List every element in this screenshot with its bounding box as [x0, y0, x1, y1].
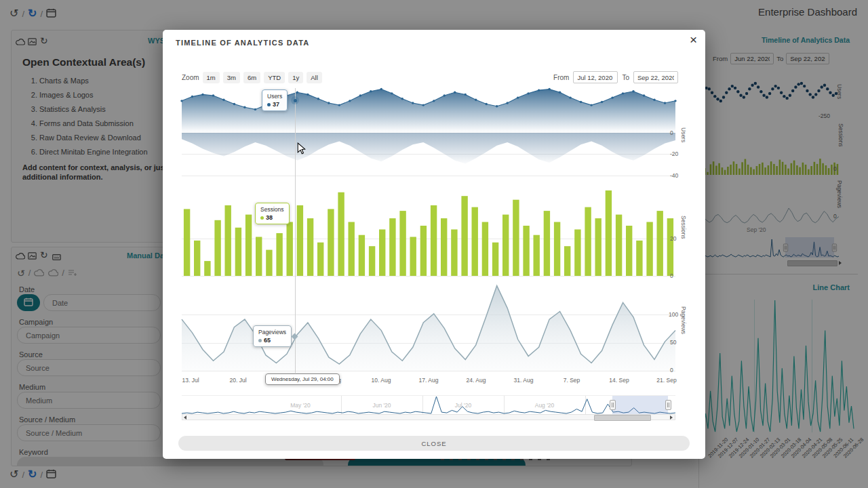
x-axis-label: 7. Sep — [564, 377, 580, 384]
range-group: From To — [553, 71, 686, 83]
navigator-series[interactable] — [182, 396, 675, 414]
zoom-all-button[interactable]: All — [307, 72, 322, 83]
from-date-input[interactable] — [573, 71, 618, 83]
sessions-tooltip: Sessions 38 — [255, 203, 290, 224]
x-axis-label: 17. Aug — [419, 377, 439, 384]
enterprise-dashboard-page: ↺ / ↻ / Enterprise Dashboard ↻ WYS Open … — [0, 0, 868, 488]
sessions-tick: 20 — [670, 235, 676, 242]
pageviews-tick: 100 — [669, 311, 678, 318]
x-axis-label: 31. Aug — [514, 377, 534, 384]
pageviews-tick: 0 — [670, 367, 673, 373]
sessions-pane-title: Sessions — [680, 216, 687, 239]
zoom-3m-button[interactable]: 3m — [223, 72, 240, 83]
tooltip-series-name: Pageviews — [258, 329, 286, 336]
x-axis-label: 20. Jul — [229, 377, 246, 384]
zoom-1m-button[interactable]: 1m — [203, 72, 220, 83]
series-dot — [267, 103, 271, 106]
scroll-right-icon[interactable] — [670, 415, 673, 420]
sessions-tick: 0 — [670, 272, 673, 279]
tooltip-value: 38 — [266, 214, 273, 221]
close-button[interactable]: CLOSE — [178, 436, 690, 451]
mouse-cursor — [297, 142, 306, 158]
scrollbar-thumb[interactable] — [594, 415, 651, 421]
hover-marker-users — [294, 99, 297, 102]
users-tick: -40 — [670, 172, 678, 179]
x-axis-label: 13. Jul — [182, 377, 199, 384]
x-axis-label: 14. Sep — [609, 377, 629, 384]
zoom-1y-button[interactable]: 1y — [288, 72, 303, 83]
x-axis-label: 10. Aug — [372, 377, 391, 384]
users-area-chart[interactable] — [182, 88, 675, 180]
tooltip-series-name: Users — [267, 93, 282, 100]
navigator[interactable]: May '20 Jun '20 Jul '20 Aug '20 — [182, 395, 675, 414]
to-label: To — [622, 74, 629, 81]
tooltip-date-text: Wednesday, Jul 29, 04:00 — [271, 376, 334, 382]
series-dot — [260, 216, 264, 220]
users-tooltip: Users 37 — [262, 89, 288, 111]
close-icon[interactable]: × — [690, 33, 697, 47]
series-dot — [258, 339, 262, 342]
zoom-ytd-button[interactable]: YTD — [264, 72, 285, 83]
crosshair-line — [295, 88, 296, 373]
sessions-column-chart[interactable] — [182, 183, 675, 276]
gridline — [182, 371, 675, 371]
pageviews-tooltip: Pageviews 65 — [253, 325, 292, 347]
zoom-label: Zoom — [182, 74, 199, 81]
tooltip-value: 37 — [273, 101, 279, 108]
gridline — [182, 276, 675, 277]
navigator-label: Jun '20 — [372, 402, 391, 409]
users-pane-title: Users — [680, 127, 687, 142]
users-tick: -20 — [670, 150, 678, 157]
modal-title: TIMELINE OF ANALYTICS DATA — [176, 39, 309, 47]
scroll-left-icon[interactable] — [184, 415, 186, 420]
x-axis-label: 24. Aug — [467, 377, 486, 384]
to-date-input[interactable] — [633, 71, 678, 83]
tooltip-value: 65 — [264, 337, 271, 344]
navigator-selection[interactable] — [612, 396, 668, 414]
x-axis-label: 21. Sep — [656, 377, 676, 384]
scrollbar-track[interactable] — [182, 414, 675, 420]
chart-region: 0 -20 -40 20 0 100 50 0 Users Sessions P… — [182, 88, 675, 386]
tooltip-series-name: Sessions — [260, 206, 284, 213]
pageviews-tick: 50 — [670, 339, 676, 346]
zoom-group: Zoom 1m 3m 6m YTD 1y All — [182, 72, 322, 83]
navigator-label: Aug '20 — [535, 402, 555, 409]
navigator-label: Jul '20 — [455, 402, 471, 409]
zoom-6m-button[interactable]: 6m — [243, 72, 260, 83]
timeline-modal: TIMELINE OF ANALYTICS DATA × Zoom 1m 3m … — [163, 30, 705, 459]
pageviews-pane-title: Pageviews — [680, 306, 687, 334]
from-label: From — [553, 74, 569, 81]
navigator-left-handle[interactable] — [610, 400, 616, 410]
users-tick: 0 — [670, 129, 673, 136]
navigator-right-handle[interactable] — [665, 400, 671, 410]
date-tooltip: Wednesday, Jul 29, 04:00 — [265, 373, 340, 385]
navigator-label: May '20 — [290, 402, 311, 409]
modal-controls: Zoom 1m 3m 6m YTD 1y All From To — [182, 71, 686, 83]
